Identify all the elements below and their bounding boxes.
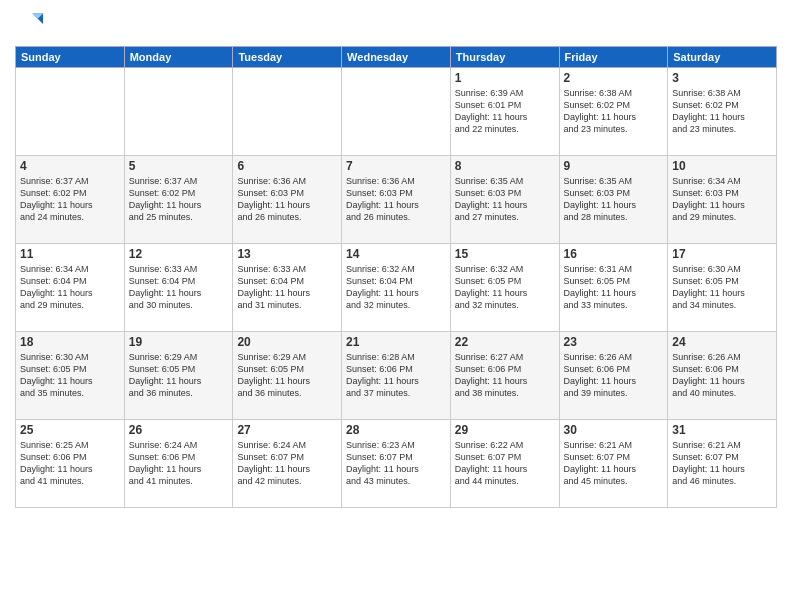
weekday-header: Tuesday xyxy=(233,47,342,68)
day-number: 24 xyxy=(672,335,772,349)
day-info: Sunrise: 6:27 AM Sunset: 6:06 PM Dayligh… xyxy=(455,351,555,400)
calendar-cell: 21Sunrise: 6:28 AM Sunset: 6:06 PM Dayli… xyxy=(342,332,451,420)
calendar-cell: 10Sunrise: 6:34 AM Sunset: 6:03 PM Dayli… xyxy=(668,156,777,244)
day-number: 8 xyxy=(455,159,555,173)
day-info: Sunrise: 6:32 AM Sunset: 6:04 PM Dayligh… xyxy=(346,263,446,312)
day-number: 5 xyxy=(129,159,229,173)
day-number: 3 xyxy=(672,71,772,85)
day-info: Sunrise: 6:26 AM Sunset: 6:06 PM Dayligh… xyxy=(672,351,772,400)
day-number: 15 xyxy=(455,247,555,261)
day-number: 12 xyxy=(129,247,229,261)
calendar-table: SundayMondayTuesdayWednesdayThursdayFrid… xyxy=(15,46,777,508)
calendar-cell: 8Sunrise: 6:35 AM Sunset: 6:03 PM Daylig… xyxy=(450,156,559,244)
calendar-cell: 27Sunrise: 6:24 AM Sunset: 6:07 PM Dayli… xyxy=(233,420,342,508)
day-number: 31 xyxy=(672,423,772,437)
day-number: 27 xyxy=(237,423,337,437)
day-number: 30 xyxy=(564,423,664,437)
weekday-header: Sunday xyxy=(16,47,125,68)
weekday-header: Wednesday xyxy=(342,47,451,68)
calendar-cell: 3Sunrise: 6:38 AM Sunset: 6:02 PM Daylig… xyxy=(668,68,777,156)
calendar-cell xyxy=(233,68,342,156)
calendar-cell: 18Sunrise: 6:30 AM Sunset: 6:05 PM Dayli… xyxy=(16,332,125,420)
calendar-cell: 11Sunrise: 6:34 AM Sunset: 6:04 PM Dayli… xyxy=(16,244,125,332)
day-info: Sunrise: 6:29 AM Sunset: 6:05 PM Dayligh… xyxy=(237,351,337,400)
day-info: Sunrise: 6:36 AM Sunset: 6:03 PM Dayligh… xyxy=(237,175,337,224)
day-info: Sunrise: 6:29 AM Sunset: 6:05 PM Dayligh… xyxy=(129,351,229,400)
day-info: Sunrise: 6:36 AM Sunset: 6:03 PM Dayligh… xyxy=(346,175,446,224)
weekday-header: Saturday xyxy=(668,47,777,68)
day-number: 4 xyxy=(20,159,120,173)
day-number: 10 xyxy=(672,159,772,173)
day-info: Sunrise: 6:37 AM Sunset: 6:02 PM Dayligh… xyxy=(20,175,120,224)
weekday-header: Monday xyxy=(124,47,233,68)
calendar-cell: 12Sunrise: 6:33 AM Sunset: 6:04 PM Dayli… xyxy=(124,244,233,332)
calendar-cell: 26Sunrise: 6:24 AM Sunset: 6:06 PM Dayli… xyxy=(124,420,233,508)
day-number: 20 xyxy=(237,335,337,349)
calendar-cell: 7Sunrise: 6:36 AM Sunset: 6:03 PM Daylig… xyxy=(342,156,451,244)
calendar-cell: 20Sunrise: 6:29 AM Sunset: 6:05 PM Dayli… xyxy=(233,332,342,420)
day-number: 23 xyxy=(564,335,664,349)
calendar-cell: 31Sunrise: 6:21 AM Sunset: 6:07 PM Dayli… xyxy=(668,420,777,508)
header xyxy=(15,10,777,38)
day-number: 14 xyxy=(346,247,446,261)
day-info: Sunrise: 6:21 AM Sunset: 6:07 PM Dayligh… xyxy=(564,439,664,488)
calendar-cell: 1Sunrise: 6:39 AM Sunset: 6:01 PM Daylig… xyxy=(450,68,559,156)
calendar-page: SundayMondayTuesdayWednesdayThursdayFrid… xyxy=(0,0,792,612)
day-number: 19 xyxy=(129,335,229,349)
day-info: Sunrise: 6:22 AM Sunset: 6:07 PM Dayligh… xyxy=(455,439,555,488)
day-info: Sunrise: 6:33 AM Sunset: 6:04 PM Dayligh… xyxy=(129,263,229,312)
calendar-cell: 30Sunrise: 6:21 AM Sunset: 6:07 PM Dayli… xyxy=(559,420,668,508)
day-info: Sunrise: 6:37 AM Sunset: 6:02 PM Dayligh… xyxy=(129,175,229,224)
day-info: Sunrise: 6:35 AM Sunset: 6:03 PM Dayligh… xyxy=(455,175,555,224)
day-number: 13 xyxy=(237,247,337,261)
day-info: Sunrise: 6:34 AM Sunset: 6:04 PM Dayligh… xyxy=(20,263,120,312)
calendar-week-row: 11Sunrise: 6:34 AM Sunset: 6:04 PM Dayli… xyxy=(16,244,777,332)
calendar-cell: 19Sunrise: 6:29 AM Sunset: 6:05 PM Dayli… xyxy=(124,332,233,420)
day-info: Sunrise: 6:25 AM Sunset: 6:06 PM Dayligh… xyxy=(20,439,120,488)
calendar-cell: 4Sunrise: 6:37 AM Sunset: 6:02 PM Daylig… xyxy=(16,156,125,244)
calendar-cell: 9Sunrise: 6:35 AM Sunset: 6:03 PM Daylig… xyxy=(559,156,668,244)
day-info: Sunrise: 6:26 AM Sunset: 6:06 PM Dayligh… xyxy=(564,351,664,400)
calendar-cell xyxy=(16,68,125,156)
day-number: 6 xyxy=(237,159,337,173)
day-number: 29 xyxy=(455,423,555,437)
calendar-cell: 17Sunrise: 6:30 AM Sunset: 6:05 PM Dayli… xyxy=(668,244,777,332)
calendar-cell xyxy=(342,68,451,156)
calendar-cell: 15Sunrise: 6:32 AM Sunset: 6:05 PM Dayli… xyxy=(450,244,559,332)
day-number: 25 xyxy=(20,423,120,437)
day-info: Sunrise: 6:33 AM Sunset: 6:04 PM Dayligh… xyxy=(237,263,337,312)
day-number: 2 xyxy=(564,71,664,85)
day-info: Sunrise: 6:24 AM Sunset: 6:07 PM Dayligh… xyxy=(237,439,337,488)
calendar-cell: 16Sunrise: 6:31 AM Sunset: 6:05 PM Dayli… xyxy=(559,244,668,332)
logo xyxy=(15,10,47,38)
calendar-cell: 25Sunrise: 6:25 AM Sunset: 6:06 PM Dayli… xyxy=(16,420,125,508)
day-info: Sunrise: 6:38 AM Sunset: 6:02 PM Dayligh… xyxy=(564,87,664,136)
day-number: 18 xyxy=(20,335,120,349)
weekday-header: Thursday xyxy=(450,47,559,68)
day-info: Sunrise: 6:30 AM Sunset: 6:05 PM Dayligh… xyxy=(672,263,772,312)
day-info: Sunrise: 6:30 AM Sunset: 6:05 PM Dayligh… xyxy=(20,351,120,400)
day-info: Sunrise: 6:21 AM Sunset: 6:07 PM Dayligh… xyxy=(672,439,772,488)
day-number: 11 xyxy=(20,247,120,261)
logo-icon xyxy=(15,10,43,38)
day-number: 22 xyxy=(455,335,555,349)
calendar-cell: 14Sunrise: 6:32 AM Sunset: 6:04 PM Dayli… xyxy=(342,244,451,332)
day-info: Sunrise: 6:24 AM Sunset: 6:06 PM Dayligh… xyxy=(129,439,229,488)
calendar-cell: 6Sunrise: 6:36 AM Sunset: 6:03 PM Daylig… xyxy=(233,156,342,244)
calendar-cell xyxy=(124,68,233,156)
day-info: Sunrise: 6:39 AM Sunset: 6:01 PM Dayligh… xyxy=(455,87,555,136)
calendar-cell: 29Sunrise: 6:22 AM Sunset: 6:07 PM Dayli… xyxy=(450,420,559,508)
calendar-week-row: 1Sunrise: 6:39 AM Sunset: 6:01 PM Daylig… xyxy=(16,68,777,156)
calendar-cell: 2Sunrise: 6:38 AM Sunset: 6:02 PM Daylig… xyxy=(559,68,668,156)
calendar-week-row: 25Sunrise: 6:25 AM Sunset: 6:06 PM Dayli… xyxy=(16,420,777,508)
day-info: Sunrise: 6:31 AM Sunset: 6:05 PM Dayligh… xyxy=(564,263,664,312)
calendar-week-row: 4Sunrise: 6:37 AM Sunset: 6:02 PM Daylig… xyxy=(16,156,777,244)
calendar-cell: 5Sunrise: 6:37 AM Sunset: 6:02 PM Daylig… xyxy=(124,156,233,244)
day-number: 9 xyxy=(564,159,664,173)
day-number: 28 xyxy=(346,423,446,437)
day-number: 26 xyxy=(129,423,229,437)
weekday-header-row: SundayMondayTuesdayWednesdayThursdayFrid… xyxy=(16,47,777,68)
day-info: Sunrise: 6:38 AM Sunset: 6:02 PM Dayligh… xyxy=(672,87,772,136)
calendar-week-row: 18Sunrise: 6:30 AM Sunset: 6:05 PM Dayli… xyxy=(16,332,777,420)
day-info: Sunrise: 6:35 AM Sunset: 6:03 PM Dayligh… xyxy=(564,175,664,224)
